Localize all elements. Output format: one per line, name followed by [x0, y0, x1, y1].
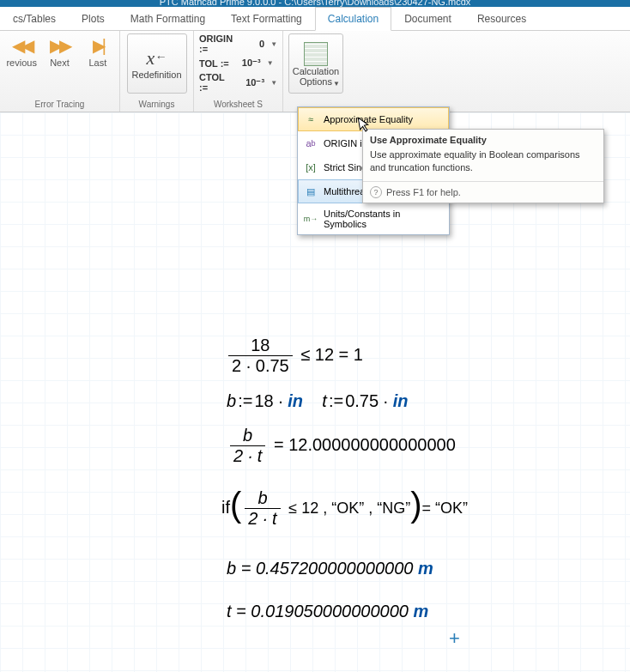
tol-value: 10⁻³	[233, 56, 264, 70]
tooltip-title: Use Approximate Equality	[363, 130, 603, 148]
tab-plots[interactable]: Plots	[69, 7, 118, 30]
forward-icon: ▶▶	[50, 33, 69, 58]
redefinition-icon: x←	[147, 47, 167, 70]
calculation-options-icon	[304, 42, 328, 66]
group-worksheet-settings: Worksheet S	[199, 98, 277, 112]
insertion-cursor-icon: +	[449, 627, 460, 650]
ctol-value: 10⁻³	[238, 76, 268, 90]
menu-units-constants[interactable]: m→ Units/Constants in Symbolics	[298, 203, 449, 234]
menu-approximate-equality[interactable]: ≈ Approximate Equality	[298, 107, 449, 131]
calculation-options-button[interactable]: Calculation Options ▼	[288, 33, 343, 94]
next-button[interactable]: ▶▶ Next	[43, 33, 76, 68]
math-region-1[interactable]: 18 2 · 0.75 ≤ 12 = 1	[225, 336, 363, 376]
group-warnings: Warnings	[125, 98, 188, 112]
last-label: Last	[88, 58, 106, 68]
expr-rest: ≤ 12 = 1	[300, 345, 363, 364]
units-icon: m→	[304, 212, 318, 226]
title-bar: PTC Mathcad Prime 9.0.0.0 - C:\Users\Ter…	[0, 0, 630, 7]
math-region-5[interactable]: b = 0.457200000000000 m	[227, 559, 433, 578]
previous-button[interactable]: ◀◀ revious	[5, 33, 38, 68]
tab-math-formatting[interactable]: Math Formatting	[118, 7, 218, 30]
ribbon-tabs: cs/Tables Plots Math Formatting Text For…	[0, 7, 630, 31]
group-error-tracing: Error Tracing	[5, 98, 114, 112]
previous-label: revious	[6, 58, 36, 68]
multithread-icon: ▤	[304, 185, 318, 198]
tooltip-body: Use approximate equality in Boolean comp…	[363, 148, 603, 181]
calc-options-line2: Options	[300, 76, 332, 87]
origin-icon: ab	[304, 136, 318, 150]
math-region-2[interactable]: b:=18 · in t:=0.75 · in	[227, 391, 409, 411]
approx-equal-icon: ≈	[304, 112, 318, 126]
redefinition-button[interactable]: x← Redefinition	[127, 33, 187, 94]
math-region-3[interactable]: b 2 · t = 12.000000000000000	[227, 426, 456, 466]
tab-text-formatting[interactable]: Text Formatting	[218, 7, 315, 30]
ctol-setting[interactable]: CTOL := 10⁻³ ▼	[199, 72, 277, 93]
tol-setting[interactable]: TOL := 10⁻³ ▼	[199, 56, 277, 70]
frac-den: 2 · 0.75	[228, 356, 293, 376]
frac-num: 18	[247, 336, 273, 355]
origin-value: 0	[240, 37, 267, 51]
ribbon: ◀◀ revious ▶▶ Next ▶| Last Error Tracing…	[0, 31, 630, 112]
skip-end-icon: ▶|	[93, 33, 103, 58]
chevron-down-icon: ▼	[270, 40, 277, 48]
chevron-down-icon: ▼	[270, 79, 277, 87]
next-label: Next	[50, 58, 70, 68]
tab-cs-tables[interactable]: cs/Tables	[0, 7, 69, 30]
tol-label: TOL :=	[199, 58, 229, 69]
chevron-down-icon: ▼	[333, 80, 340, 88]
tab-resources[interactable]: Resources	[464, 7, 539, 30]
rewind-icon: ◀◀	[12, 33, 31, 58]
tab-document[interactable]: Document	[391, 7, 464, 30]
math-region-4[interactable]: if( b 2 · t ≤ 12 , “OK” , “NG”)= “OK”	[221, 488, 468, 529]
tab-calculation[interactable]: Calculation	[315, 7, 391, 31]
origin-label: ORIGIN :=	[199, 33, 237, 54]
tooltip-foot: Press F1 for help.	[386, 187, 461, 197]
redefinition-label: Redefinition	[131, 70, 181, 80]
calc-options-line1: Calculation	[293, 66, 339, 76]
last-button[interactable]: ▶| Last	[82, 33, 114, 68]
ctol-label: CTOL :=	[199, 72, 234, 93]
tooltip: Use Approximate Equality Use approximate…	[362, 129, 604, 203]
math-region-6[interactable]: t = 0.019050000000000 m	[227, 602, 428, 621]
strict-icon: [x]	[304, 160, 318, 174]
chevron-down-icon: ▼	[267, 59, 274, 67]
help-icon: ?	[370, 186, 382, 198]
origin-setting[interactable]: ORIGIN := 0 ▼	[199, 33, 277, 54]
